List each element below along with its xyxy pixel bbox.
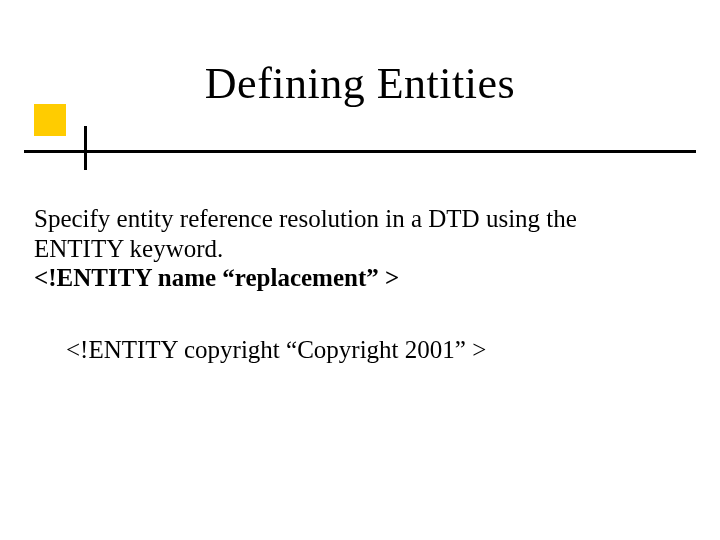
body-line-1: Specify entity reference resolution in a… <box>34 205 577 232</box>
slide-title: Defining Entities <box>0 58 720 109</box>
example-line: <!ENTITY copyright “Copyright 2001” > <box>66 336 666 364</box>
decorative-square <box>34 104 66 136</box>
body-line-3: <!ENTITY name “replacement” > <box>34 264 399 291</box>
body-text: Specify entity reference resolution in a… <box>34 204 684 293</box>
body-line-2: ENTITY keyword. <box>34 235 223 262</box>
horizontal-rule <box>24 150 696 153</box>
vertical-rule <box>84 126 87 170</box>
